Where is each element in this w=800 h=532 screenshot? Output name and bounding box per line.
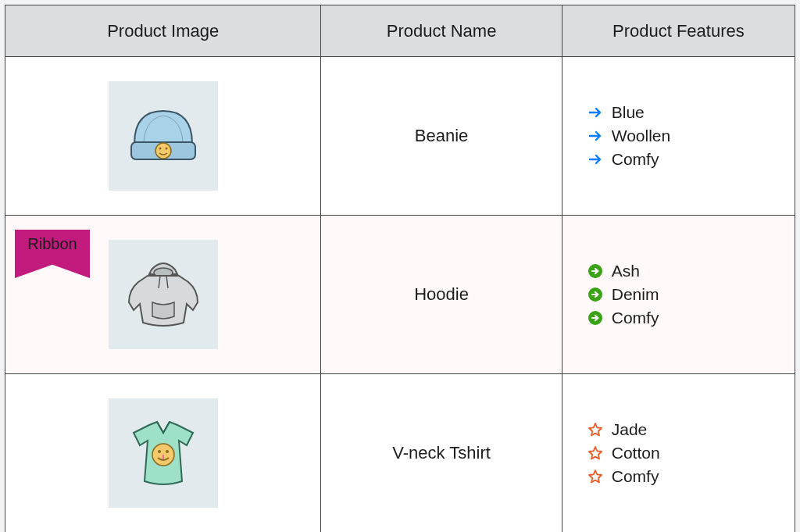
feature-label: Comfy <box>612 309 659 327</box>
vneck-tshirt-illustration <box>116 406 210 500</box>
beanie-illustration <box>120 97 206 175</box>
star-outline-icon <box>587 421 604 438</box>
feature-label: Woollen <box>612 127 671 145</box>
feature-label: Jade <box>612 420 648 439</box>
arrow-right-icon <box>587 127 604 145</box>
table-row: V-neck Tshirt Jade Cotton <box>5 374 795 533</box>
product-name-cell: Hoodie <box>321 216 562 374</box>
feature-list: Ash Denim Comfy <box>563 259 794 330</box>
product-image <box>109 240 218 349</box>
circle-arrow-icon <box>587 262 604 280</box>
feature-label: Cotton <box>612 444 660 462</box>
table-header-row: Product Image Product Name Product Featu… <box>5 5 795 57</box>
product-image <box>109 81 218 191</box>
product-table: Product Image Product Name Product Featu… <box>5 5 795 532</box>
list-item: Comfy <box>587 306 794 330</box>
svg-point-10 <box>166 450 169 453</box>
product-image <box>109 398 218 508</box>
svg-point-1 <box>155 143 171 159</box>
header-features: Product Features <box>562 5 795 57</box>
header-name: Product Name <box>321 5 562 57</box>
feature-list: Blue Woollen Comfy <box>563 101 794 171</box>
list-item: Denim <box>587 283 794 306</box>
product-image-cell <box>5 57 321 216</box>
list-item: Comfy <box>587 148 794 171</box>
star-outline-icon <box>587 468 604 485</box>
star-outline-icon <box>587 445 604 462</box>
circle-arrow-icon <box>587 309 604 327</box>
product-name-cell: Beanie <box>321 57 562 216</box>
feature-label: Denim <box>612 285 659 304</box>
feature-label: Blue <box>612 103 645 122</box>
product-image-cell <box>5 374 321 533</box>
product-features-cell: Blue Woollen Comfy <box>562 57 795 216</box>
svg-point-9 <box>158 450 161 453</box>
product-image-cell: Ribbon <box>5 216 321 374</box>
list-item: Jade <box>587 418 794 441</box>
table-row: Beanie Blue Woollen <box>5 57 795 216</box>
circle-arrow-icon <box>587 286 604 303</box>
list-item: Woollen <box>587 124 794 148</box>
feature-label: Comfy <box>612 467 659 486</box>
feature-label: Comfy <box>612 150 659 169</box>
table-row: Ribbon Hoodie <box>5 216 795 374</box>
product-features-cell: Jade Cotton Comfy <box>562 374 795 533</box>
list-item: Comfy <box>587 465 794 488</box>
hoodie-illustration <box>116 248 210 341</box>
svg-point-2 <box>159 148 161 150</box>
svg-point-3 <box>165 148 167 150</box>
arrow-right-icon <box>587 151 604 168</box>
list-item: Ash <box>587 259 794 283</box>
product-features-cell: Ash Denim Comfy <box>562 216 795 374</box>
feature-list: Jade Cotton Comfy <box>563 418 794 488</box>
list-item: Blue <box>587 101 794 124</box>
feature-label: Ash <box>612 262 640 280</box>
product-name-cell: V-neck Tshirt <box>321 374 562 533</box>
arrow-right-icon <box>587 104 604 121</box>
header-image: Product Image <box>5 5 321 57</box>
list-item: Cotton <box>587 441 794 465</box>
